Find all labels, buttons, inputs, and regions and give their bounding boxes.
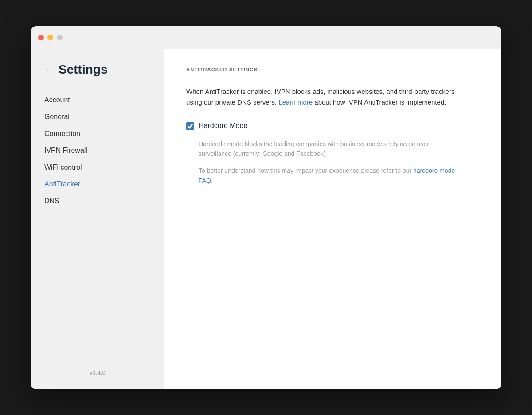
sidebar-item-account[interactable]: Account [44, 93, 151, 108]
minimize-button[interactable] [47, 35, 53, 40]
sidebar-item-connection[interactable]: Connection [44, 126, 151, 141]
sidebar-item-dns[interactable]: DNS [44, 194, 151, 209]
settings-title: Settings [59, 62, 107, 77]
maximize-button[interactable] [57, 35, 63, 40]
hardcore-mode-sub-text-1: Hardcode mode blocks the leading compani… [199, 139, 456, 159]
traffic-lights [38, 35, 63, 40]
window-body: ← Settings Account General Connection IV… [31, 49, 501, 389]
version-label: v3.4.0 [31, 369, 164, 376]
sidebar-item-ivpn-firewall[interactable]: IVPN Firewall [44, 143, 151, 158]
learn-more-link[interactable]: Learn more [278, 98, 313, 106]
sidebar-item-wifi-control[interactable]: WiFi control [44, 160, 151, 175]
nav-items: Account General Connection IVPN Firewall… [31, 93, 164, 209]
hardcore-mode-sub-text-2: To better understand how this may impact… [199, 166, 456, 186]
sub-text-2-prefix: To better understand how this may impact… [199, 167, 413, 174]
titlebar [31, 26, 501, 49]
hardcore-mode-label: Hardcore Mode [199, 122, 247, 130]
hardcore-mode-details: Hardcode mode blocks the leading compani… [199, 139, 479, 186]
section-title: ANTITRACKER SETTINGS [186, 67, 479, 72]
description-text: When AntiTracker is enabled, IVPN blocks… [186, 86, 461, 108]
sidebar-header: ← Settings [31, 62, 164, 77]
description-part2: about how IVPN AntiTracker is implemente… [313, 98, 446, 106]
hardcore-mode-section: Hardcore Mode [186, 122, 479, 130]
sidebar-item-antitracker[interactable]: AntiTracker [44, 177, 151, 192]
back-button[interactable]: ← [44, 64, 53, 74]
app-window: ← Settings Account General Connection IV… [31, 26, 501, 389]
close-button[interactable] [38, 35, 44, 40]
main-content: ANTITRACKER SETTINGS When AntiTracker is… [164, 49, 501, 389]
hardcore-mode-checkbox[interactable] [186, 122, 194, 130]
sidebar-item-general[interactable]: General [44, 109, 151, 124]
sub-text-2-suffix: . [211, 177, 213, 184]
sidebar: ← Settings Account General Connection IV… [31, 49, 164, 389]
hardcore-mode-checkbox-wrapper[interactable] [186, 122, 194, 130]
